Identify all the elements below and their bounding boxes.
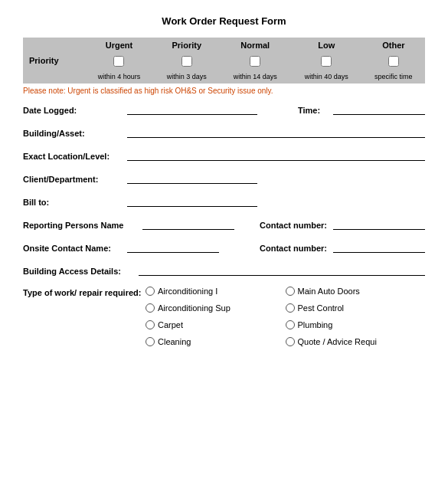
radio-pest[interactable] xyxy=(286,303,295,313)
building-asset-input[interactable] xyxy=(127,126,425,138)
radio-aircon-sup[interactable] xyxy=(146,303,155,313)
low-subtext: within 40 days xyxy=(291,71,362,84)
building-asset-label: Building/Asset: xyxy=(23,129,123,138)
other-subtext: specific time xyxy=(362,71,425,84)
repair-option-cleaning: Cleaning xyxy=(146,337,286,346)
urgent-checkbox[interactable] xyxy=(113,56,124,67)
client-department-row: Client/Department: xyxy=(23,172,425,184)
repair-label-main-doors: Main Auto Doors xyxy=(298,287,360,296)
repair-option-main-doors: Main Auto Doors xyxy=(286,287,426,296)
building-access-input[interactable] xyxy=(139,264,425,276)
reporting-persons-group: Reporting Persons Name xyxy=(23,218,244,230)
repair-option-aircon-sup: Airconditioning Sup xyxy=(146,303,286,313)
priority-subtext: within 3 days xyxy=(154,71,220,84)
normal-subtext: within 14 days xyxy=(220,71,291,84)
contact-number-group: Contact number: xyxy=(260,218,425,230)
onsite-contact-group: Onsite Contact Name: xyxy=(23,241,244,253)
time-input[interactable] xyxy=(333,103,425,115)
bill-to-input[interactable] xyxy=(127,195,257,207)
reporting-persons-input[interactable] xyxy=(142,218,234,230)
other-header: Other xyxy=(362,38,425,53)
date-time-row: Date Logged: Time: xyxy=(23,103,425,115)
contact-number2-label: Contact number: xyxy=(260,244,329,253)
low-header: Low xyxy=(291,38,362,53)
date-logged-label: Date Logged: xyxy=(23,106,123,115)
radio-carpet[interactable] xyxy=(146,320,155,329)
client-department-input[interactable] xyxy=(127,172,257,184)
repair-col-2: Main Auto Doors Pest Control Plumbing Qu… xyxy=(286,287,426,346)
repair-label-aircon-sup: Airconditioning Sup xyxy=(158,303,231,313)
repair-label-pest: Pest Control xyxy=(298,303,345,313)
client-department-label: Client/Department: xyxy=(23,175,123,184)
contact-number-input[interactable] xyxy=(333,218,425,230)
page-title: Work Order Request Form xyxy=(23,15,425,27)
priority-row-label: Priority xyxy=(23,38,84,84)
repair-col-1: Airconditioning I Airconditioning Sup Ca… xyxy=(146,287,286,346)
exact-location-input[interactable] xyxy=(127,149,425,161)
building-access-row: Building Access Details: xyxy=(23,264,425,276)
repair-label-quote: Quote / Advice Requi xyxy=(298,337,377,346)
exact-location-label: Exact Location/Level: xyxy=(23,152,123,161)
priority-table: Priority Urgent Priority Normal Low Othe… xyxy=(23,38,425,84)
urgent-header: Urgent xyxy=(84,38,154,53)
reporting-contact-row: Reporting Persons Name Contact number: xyxy=(23,218,425,230)
repair-option-plumbing: Plumbing xyxy=(286,320,426,329)
repair-option-pest: Pest Control xyxy=(286,303,426,313)
onsite-contact-label: Onsite Contact Name: xyxy=(23,244,123,253)
repair-option-carpet: Carpet xyxy=(146,320,286,329)
repair-options-container: Airconditioning I Airconditioning Sup Ca… xyxy=(146,287,425,346)
contact-number2-input[interactable] xyxy=(333,241,425,253)
repair-option-quote: Quote / Advice Requi xyxy=(286,337,426,346)
normal-header: Normal xyxy=(220,38,291,53)
exact-location-row: Exact Location/Level: xyxy=(23,149,425,161)
building-access-label: Building Access Details: xyxy=(23,267,134,276)
bill-to-row: Bill to: xyxy=(23,195,425,207)
normal-checkbox[interactable] xyxy=(250,56,260,67)
repair-option-aircon1: Airconditioning I xyxy=(146,287,286,296)
other-checkbox[interactable] xyxy=(388,56,399,67)
time-group: Time: xyxy=(298,103,425,115)
reporting-persons-label: Reporting Persons Name xyxy=(23,221,138,230)
radio-aircon1[interactable] xyxy=(146,287,155,296)
bill-to-label: Bill to: xyxy=(23,198,123,207)
time-label: Time: xyxy=(298,106,329,115)
repair-type-row: Type of work/ repair required: Aircondit… xyxy=(23,287,425,346)
priority-checkbox[interactable] xyxy=(181,56,192,67)
radio-plumbing[interactable] xyxy=(286,320,295,329)
priority-note: Please note: Urgent is classified as hig… xyxy=(23,87,425,95)
repair-label-carpet: Carpet xyxy=(158,320,183,329)
contact-number-label: Contact number: xyxy=(260,221,329,230)
radio-quote[interactable] xyxy=(286,337,295,346)
priority-header: Priority xyxy=(154,38,220,53)
date-logged-input[interactable] xyxy=(127,103,257,115)
radio-main-doors[interactable] xyxy=(286,287,295,296)
contact-number2-group: Contact number: xyxy=(260,241,425,253)
repair-label-cleaning: Cleaning xyxy=(158,337,191,346)
radio-cleaning[interactable] xyxy=(146,337,155,346)
form-section: Date Logged: Time: Building/Asset: Exact… xyxy=(23,103,425,346)
repair-label-plumbing: Plumbing xyxy=(298,320,333,329)
onsite-contact-row: Onsite Contact Name: Contact number: xyxy=(23,241,425,253)
building-asset-row: Building/Asset: xyxy=(23,126,425,138)
date-logged-group: Date Logged: xyxy=(23,103,283,115)
repair-label-aircon1: Airconditioning I xyxy=(158,287,217,296)
urgent-subtext: within 4 hours xyxy=(84,71,154,84)
repair-type-label: Type of work/ repair required: xyxy=(23,287,146,297)
low-checkbox[interactable] xyxy=(321,56,332,67)
onsite-contact-input[interactable] xyxy=(127,241,219,253)
